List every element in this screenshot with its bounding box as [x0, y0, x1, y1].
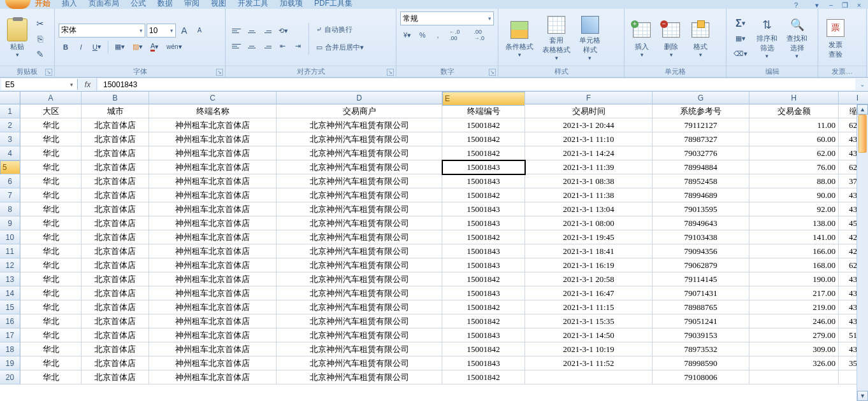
- cell[interactable]: 北京神州汽车租赁有限公司: [277, 230, 442, 244]
- cell[interactable]: 15001842: [442, 230, 525, 244]
- cell[interactable]: [525, 370, 653, 384]
- align-center-button[interactable]: [245, 39, 259, 53]
- cell[interactable]: 439226: [839, 342, 857, 356]
- cell[interactable]: 76.00: [749, 160, 839, 174]
- cell[interactable]: 79039153: [653, 328, 749, 342]
- cell[interactable]: 2021-3-1 11:15: [525, 300, 653, 314]
- bold-button[interactable]: B: [59, 40, 73, 54]
- cell[interactable]: 421870: [839, 244, 857, 258]
- row-header-3[interactable]: 3: [0, 132, 20, 146]
- cell[interactable]: 78987327: [653, 132, 749, 146]
- sort-filter-button[interactable]: ⇅排序和 筛选▾: [753, 17, 781, 61]
- cell[interactable]: 华北: [20, 356, 82, 370]
- cell[interactable]: 华北: [20, 300, 82, 314]
- cell[interactable]: 神州租车北京首体店: [149, 272, 277, 286]
- cell[interactable]: 2021-3-1 16:47: [525, 286, 653, 300]
- row-header-7[interactable]: 7: [0, 188, 20, 202]
- column-header-D[interactable]: D: [277, 92, 442, 104]
- clear-button[interactable]: ⌫▾: [730, 47, 751, 61]
- cell[interactable]: 终端编号: [442, 104, 525, 118]
- cell[interactable]: 141.00: [749, 230, 839, 244]
- row-header-14[interactable]: 14: [0, 286, 20, 300]
- ribbon-minimize[interactable]: ▾: [812, 1, 822, 9]
- cell[interactable]: 神州租车北京首体店: [149, 244, 277, 258]
- cell[interactable]: 神州租车北京首体店: [149, 230, 277, 244]
- cell[interactable]: 神州租车北京首体店: [149, 370, 277, 384]
- cell[interactable]: 华北: [20, 216, 82, 230]
- cell[interactable]: 622623: [839, 118, 857, 132]
- cell[interactable]: 缩略: [839, 104, 857, 118]
- cells-area[interactable]: 大区城市终端名称交易商户终端编号交易时间系统参考号交易金额缩略华北北京首体店神州…: [20, 104, 857, 401]
- cell[interactable]: 华北: [20, 160, 82, 174]
- cell[interactable]: 79103438: [653, 230, 749, 244]
- cell[interactable]: 北京首体店: [82, 300, 149, 314]
- cell[interactable]: 15001842: [442, 300, 525, 314]
- cell[interactable]: 神州租车北京首体店: [149, 342, 277, 356]
- cell[interactable]: 15001843: [442, 258, 525, 272]
- row-header-11[interactable]: 11: [0, 244, 20, 258]
- orientation-button[interactable]: ⟲▾: [275, 24, 291, 38]
- cell[interactable]: 439226: [839, 146, 857, 160]
- increase-font-button[interactable]: A: [177, 24, 191, 38]
- cell[interactable]: 439226: [839, 286, 857, 300]
- cell[interactable]: 246.00: [749, 314, 839, 328]
- cell[interactable]: 370246: [839, 174, 857, 188]
- cell[interactable]: 北京首体店: [82, 160, 149, 174]
- cell[interactable]: 78998590: [653, 356, 749, 370]
- cell[interactable]: 15001842: [442, 146, 525, 160]
- scroll-up-button[interactable]: ▲: [857, 104, 868, 115]
- cell[interactable]: 15001843: [442, 216, 525, 230]
- cell[interactable]: 15001842: [442, 118, 525, 132]
- cell[interactable]: [749, 370, 839, 384]
- increase-indent-button[interactable]: ⇥: [291, 39, 305, 53]
- cell[interactable]: 309.00: [749, 342, 839, 356]
- cell[interactable]: 华北: [20, 370, 82, 384]
- cell[interactable]: 439226: [839, 272, 857, 286]
- font-dialog-launcher[interactable]: ↘: [216, 69, 223, 76]
- cell[interactable]: 北京首体店: [82, 118, 149, 132]
- help-button[interactable]: ?: [794, 1, 798, 9]
- cell[interactable]: 79013595: [653, 202, 749, 216]
- cell[interactable]: 439226: [839, 300, 857, 314]
- cell[interactable]: 神州租车北京首体店: [149, 300, 277, 314]
- cell[interactable]: 2021-3-1 11:38: [525, 188, 653, 202]
- cell[interactable]: 北京神州汽车租赁有限公司: [277, 286, 442, 300]
- cell[interactable]: 138.00: [749, 216, 839, 230]
- cell[interactable]: 622650: [839, 258, 857, 272]
- row-header-10[interactable]: 10: [0, 230, 20, 244]
- cell[interactable]: 北京神州汽车租赁有限公司: [277, 202, 442, 216]
- cell[interactable]: 神州租车北京首体店: [149, 160, 277, 174]
- cell[interactable]: 438088: [839, 314, 857, 328]
- cell[interactable]: 北京神州汽车租赁有限公司: [277, 174, 442, 188]
- ribbon-tab-3[interactable]: 公式: [131, 0, 146, 9]
- ribbon-tab-9[interactable]: PDF工具集: [314, 0, 352, 9]
- row-header-13[interactable]: 13: [0, 272, 20, 286]
- cell[interactable]: 北京神州汽车租赁有限公司: [277, 258, 442, 272]
- cell[interactable]: 华北: [20, 314, 82, 328]
- currency-button[interactable]: ¥▾: [400, 28, 414, 42]
- ribbon-tab-2[interactable]: 页面布局: [89, 0, 119, 9]
- cell[interactable]: 2021-3-1 15:35: [525, 314, 653, 328]
- fill-button[interactable]: ▦▾: [730, 32, 751, 46]
- formula-input[interactable]: 15001843: [98, 79, 855, 90]
- cell[interactable]: 北京神州汽车租赁有限公司: [277, 244, 442, 258]
- vertical-scrollbar[interactable]: ▲ ▼: [857, 104, 868, 401]
- cell[interactable]: 华北: [20, 230, 82, 244]
- cell[interactable]: 326.00: [749, 356, 839, 370]
- number-dialog-launcher[interactable]: ↘: [489, 69, 496, 76]
- align-top-button[interactable]: [229, 24, 243, 38]
- cell[interactable]: 华北: [20, 174, 82, 188]
- cell[interactable]: 北京首体店: [82, 146, 149, 160]
- cell[interactable]: 北京神州汽车租赁有限公司: [277, 356, 442, 370]
- cell[interactable]: 神州租车北京首体店: [149, 216, 277, 230]
- number-format-select[interactable]: 常规▾: [400, 11, 494, 25]
- cell[interactable]: 2021-3-1 10:19: [525, 342, 653, 356]
- cell[interactable]: 438088: [839, 188, 857, 202]
- decrease-font-button[interactable]: A: [192, 24, 206, 38]
- name-box[interactable]: E5 ▾: [1, 79, 78, 90]
- cell[interactable]: 2021-3-1 13:04: [525, 202, 653, 216]
- row-header-12[interactable]: 12: [0, 258, 20, 272]
- cell[interactable]: 79112127: [653, 118, 749, 132]
- cell[interactable]: 2021-3-1 14:24: [525, 146, 653, 160]
- column-header-F[interactable]: F: [525, 92, 653, 104]
